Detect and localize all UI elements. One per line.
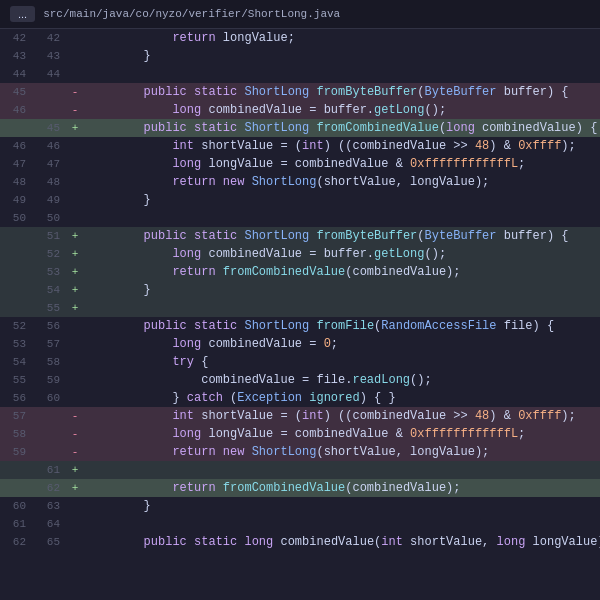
old-line-num: 46 (0, 137, 34, 155)
line-content: return new ShortLong(shortValue, longVal… (82, 173, 600, 191)
new-line-num: 53 (34, 263, 68, 281)
old-line-num: 58 (0, 425, 34, 443)
table-row: 52+ long combinedValue = buffer.getLong(… (0, 245, 600, 263)
line-content: public static ShortLong fromByteBuffer(B… (82, 83, 600, 101)
old-line-num: 48 (0, 173, 34, 191)
new-line-num (34, 83, 68, 101)
table-row: 45- public static ShortLong fromByteBuff… (0, 83, 600, 101)
new-line-num: 64 (34, 515, 68, 533)
table-row: 55+ (0, 299, 600, 317)
line-content: long combinedValue = buffer.getLong(); (82, 245, 600, 263)
table-row: 53+ return fromCombinedValue(combinedVal… (0, 263, 600, 281)
old-line-num: 60 (0, 497, 34, 515)
line-content: } (82, 191, 600, 209)
old-line-num (0, 479, 34, 497)
diff-indicator (68, 155, 82, 173)
diff-indicator: - (68, 443, 82, 461)
code-area[interactable]: 4242 return longValue;4343 }444445- publ… (0, 29, 600, 573)
old-line-num: 53 (0, 335, 34, 353)
diff-indicator: + (68, 281, 82, 299)
line-content: public static ShortLong fromCombinedValu… (82, 119, 600, 137)
table-row: 4848 return new ShortLong(shortValue, lo… (0, 173, 600, 191)
new-line-num (34, 101, 68, 119)
old-line-num: 55 (0, 371, 34, 389)
new-line-num (34, 443, 68, 461)
table-row: 5660 } catch (Exception ignored) { } (0, 389, 600, 407)
new-line-num: 55 (34, 299, 68, 317)
table-row: 45+ public static ShortLong fromCombined… (0, 119, 600, 137)
new-line-num: 54 (34, 281, 68, 299)
new-line-num: 50 (34, 209, 68, 227)
old-line-num: 47 (0, 155, 34, 173)
new-line-num (34, 425, 68, 443)
line-content: long longValue = combinedValue & 0xfffff… (82, 425, 600, 443)
new-line-num: 62 (34, 479, 68, 497)
table-row: 57- int shortValue = (int) ((combinedVal… (0, 407, 600, 425)
line-content: return fromCombinedValue(combinedValue); (82, 263, 600, 281)
line-content: } (82, 281, 600, 299)
old-line-num: 42 (0, 29, 34, 47)
diff-indicator (68, 335, 82, 353)
dots-button[interactable]: ... (10, 6, 35, 22)
old-line-num: 49 (0, 191, 34, 209)
diff-indicator (68, 137, 82, 155)
table-row: 4747 long longValue = combinedValue & 0x… (0, 155, 600, 173)
table-row: 5050 (0, 209, 600, 227)
line-content: return new ShortLong(shortValue, longVal… (82, 443, 600, 461)
diff-indicator: - (68, 101, 82, 119)
table-row: 4949 } (0, 191, 600, 209)
old-line-num: 52 (0, 317, 34, 335)
line-content: public static ShortLong fromFile(RandomA… (82, 317, 600, 335)
line-content: public static ShortLong fromByteBuffer(B… (82, 227, 600, 245)
table-row: 5559 combinedValue = file.readLong(); (0, 371, 600, 389)
line-content: long combinedValue = 0; (82, 335, 600, 353)
line-content (82, 209, 600, 227)
table-row: 46- long combinedValue = buffer.getLong(… (0, 101, 600, 119)
new-line-num: 60 (34, 389, 68, 407)
diff-indicator: - (68, 407, 82, 425)
line-content: public static long combinedValue(int sho… (82, 533, 600, 551)
line-content (82, 515, 600, 533)
diff-indicator: + (68, 119, 82, 137)
old-line-num: 62 (0, 533, 34, 551)
old-line-num: 61 (0, 515, 34, 533)
diff-indicator (68, 173, 82, 191)
line-content (82, 65, 600, 83)
new-line-num: 63 (34, 497, 68, 515)
table-row: 4444 (0, 65, 600, 83)
line-content: try { (82, 353, 600, 371)
new-line-num: 65 (34, 533, 68, 551)
diff-indicator: + (68, 299, 82, 317)
new-line-num: 52 (34, 245, 68, 263)
old-line-num: 46 (0, 101, 34, 119)
table-row: 6265 public static long combinedValue(in… (0, 533, 600, 551)
diff-indicator (68, 353, 82, 371)
new-line-num: 44 (34, 65, 68, 83)
table-row: 5357 long combinedValue = 0; (0, 335, 600, 353)
line-content: combinedValue = file.readLong(); (82, 371, 600, 389)
table-row: 4242 return longValue; (0, 29, 600, 47)
diff-indicator (68, 371, 82, 389)
table-row: 62+ return fromCombinedValue(combinedVal… (0, 479, 600, 497)
old-line-num: 45 (0, 83, 34, 101)
line-content: } (82, 47, 600, 65)
new-line-num: 46 (34, 137, 68, 155)
old-line-num: 56 (0, 389, 34, 407)
old-line-num: 54 (0, 353, 34, 371)
diff-indicator (68, 497, 82, 515)
diff-indicator (68, 515, 82, 533)
table-row: 51+ public static ShortLong fromByteBuff… (0, 227, 600, 245)
diff-indicator (68, 191, 82, 209)
old-line-num (0, 281, 34, 299)
line-content: int shortValue = (int) ((combinedValue >… (82, 407, 600, 425)
line-content: return longValue; (82, 29, 600, 47)
file-path: src/main/java/co/nyzo/verifier/ShortLong… (43, 8, 340, 20)
old-line-num (0, 245, 34, 263)
table-row: 58- long longValue = combinedValue & 0xf… (0, 425, 600, 443)
new-line-num: 48 (34, 173, 68, 191)
table-row: 5256 public static ShortLong fromFile(Ra… (0, 317, 600, 335)
old-line-num: 43 (0, 47, 34, 65)
new-line-num: 49 (34, 191, 68, 209)
new-line-num: 47 (34, 155, 68, 173)
new-line-num: 42 (34, 29, 68, 47)
